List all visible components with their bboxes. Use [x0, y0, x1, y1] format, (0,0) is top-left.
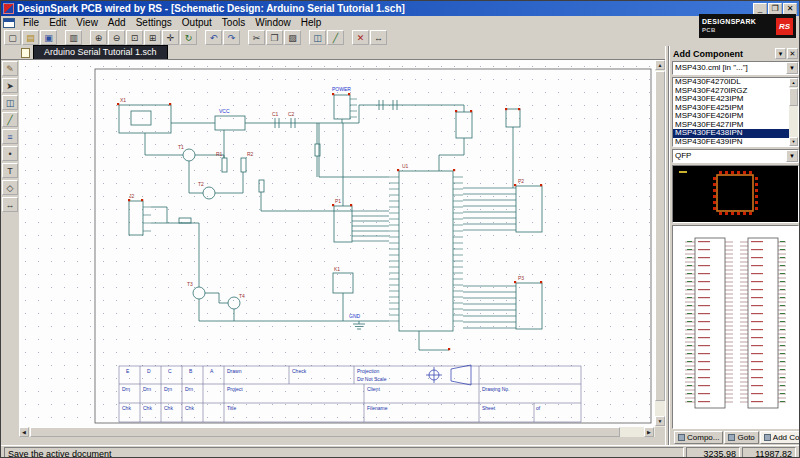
panel-close-icon[interactable]: ✕ — [787, 48, 798, 59]
open-button[interactable]: ▤ — [22, 30, 39, 45]
menu-edit[interactable]: Edit — [44, 16, 71, 29]
tab-add-component[interactable]: Add Co... — [760, 431, 800, 444]
scroll-left-icon[interactable]: ◀ — [19, 427, 29, 437]
save-button[interactable]: ▣ — [40, 30, 57, 45]
panel-header: Add Component ▾ ✕ — [672, 47, 799, 60]
undo-button[interactable]: ↶ — [205, 30, 222, 45]
tabbar: Arduino Serial Tutorial 1.sch — [1, 46, 665, 60]
menu-view[interactable]: View — [71, 16, 103, 29]
scroll-down-icon[interactable]: ▼ — [789, 137, 798, 146]
bus-tool-button[interactable]: ≡ — [2, 129, 18, 144]
pencil-tool-button[interactable]: ✎ — [2, 61, 18, 76]
tab-goto[interactable]: Goto — [724, 431, 758, 444]
zoom-full-button[interactable]: ⊞ — [144, 30, 161, 45]
minimize-button[interactable]: _ — [753, 3, 767, 15]
title-block-cell: Title — [227, 405, 236, 411]
measure-button[interactable]: ↔ — [370, 30, 387, 45]
scrollbar-thumb[interactable] — [789, 88, 798, 106]
menu-settings[interactable]: Settings — [131, 16, 177, 29]
package-select-value: QFP — [673, 150, 786, 162]
scroll-up-icon[interactable]: ▲ — [655, 60, 665, 70]
add-wire-button[interactable]: ╱ — [327, 30, 344, 45]
scroll-down-icon[interactable]: ▼ — [655, 416, 665, 426]
status-message: Save the active document — [4, 447, 684, 458]
circuit-graphics — [119, 95, 542, 350]
schematic-label: VCC — [219, 108, 230, 114]
menu-add[interactable]: Add — [103, 16, 131, 29]
add-component-panel: Add Component ▾ ✕ MSP430.cml [in "..."] … — [669, 46, 800, 445]
schematic-label: C1 — [272, 111, 279, 117]
menu-tools[interactable]: Tools — [217, 16, 250, 29]
title-block-cell: Drawing No. — [482, 386, 510, 392]
scroll-right-icon[interactable]: ▶ — [644, 427, 654, 437]
vertical-scrollbar[interactable]: ▲ ▼ — [655, 60, 665, 427]
title-block-cell: Drn — [164, 386, 172, 392]
title-block-cell: Project — [227, 386, 243, 392]
redo-button[interactable]: ↷ — [223, 30, 240, 45]
schematic-doc-icon — [21, 48, 30, 58]
close-button[interactable]: ✕ — [783, 3, 797, 15]
panel-menu-icon[interactable]: ▾ — [775, 48, 786, 59]
select-tool-button[interactable]: ➤ — [2, 78, 18, 93]
schematic-label: T4 — [239, 293, 245, 299]
title-block-cell: Projection — [357, 368, 379, 374]
app-window: DesignSpark PCB wired by RS - [Schematic… — [0, 0, 800, 458]
brand-line1: DESIGNSPARK — [702, 18, 756, 25]
zoom-out-button[interactable]: ⊖ — [108, 30, 125, 45]
shape-tool-button[interactable]: ◇ — [2, 180, 18, 195]
delete-button[interactable]: ✕ — [352, 30, 369, 45]
horizontal-scrollbar[interactable]: ◀ ▶ — [19, 427, 655, 437]
title-block-cell: Filename — [367, 405, 388, 411]
zoom-window-button[interactable]: ⊡ — [126, 30, 143, 45]
text-tool-button[interactable]: T — [2, 163, 18, 178]
library-select-value: MSP430.cml [in "..."] — [673, 62, 786, 74]
component-msp430fe439ipn[interactable]: MSP430FE439IPN — [673, 138, 789, 147]
library-select[interactable]: MSP430.cml [in "..."] ▼ — [672, 61, 799, 75]
restore-button[interactable]: ❐ — [768, 3, 782, 15]
paste-button[interactable]: ▨ — [284, 30, 301, 45]
cut-button[interactable]: ✂ — [248, 30, 265, 45]
component-list-scrollbar[interactable]: ▲ ▼ — [789, 78, 798, 146]
document-icon[interactable] — [3, 18, 15, 28]
new-button[interactable]: ▢ — [4, 30, 21, 45]
panel-tab-label: Goto — [737, 433, 754, 443]
copy-button[interactable]: ❐ — [266, 30, 283, 45]
title-block-cell: Chk — [185, 405, 194, 411]
junction-tool-button[interactable]: • — [2, 146, 18, 161]
tab-arduino-serial-tutorial[interactable]: Arduino Serial Tutorial 1.sch — [33, 45, 168, 59]
title-block — [119, 366, 581, 422]
library-dropdown-icon[interactable]: ▼ — [786, 62, 798, 74]
zoom-in-button[interactable]: ⊕ — [90, 30, 107, 45]
component-tool-button[interactable]: ◫ — [2, 95, 18, 110]
package-dropdown-icon[interactable]: ▼ — [786, 150, 798, 162]
menu-help[interactable]: Help — [296, 16, 327, 29]
menu-file[interactable]: File — [18, 16, 44, 29]
horizontal-scrollbar-thumb[interactable] — [30, 427, 620, 437]
footprint-preview — [672, 165, 799, 223]
schematic-canvas[interactable]: E D C B A Drn Drn Drn Drn Chk Chk Chk Ch… — [19, 60, 655, 427]
coordinate-y: 11987.82 — [742, 447, 796, 458]
menu-window[interactable]: Window — [250, 16, 296, 29]
tab-components[interactable]: Compo... — [674, 431, 723, 444]
refresh-button[interactable]: ↻ — [180, 30, 197, 45]
title-block-cell: Drn — [185, 386, 193, 392]
vertical-scrollbar-thumb[interactable] — [655, 71, 665, 401]
schematic-label: J2 — [129, 193, 135, 199]
symbol-body — [695, 238, 778, 408]
component-list[interactable]: MSP430F4270IDLMSP430F4270IRGZMSP430FE423… — [672, 77, 799, 147]
title-block-cell: Drn — [143, 386, 151, 392]
add-component-button[interactable]: ◫ — [309, 30, 326, 45]
app-icon[interactable] — [3, 3, 14, 14]
symbol-preview — [672, 225, 799, 429]
wire-tool-button[interactable]: ╱ — [2, 112, 18, 127]
title-block-cell: of — [536, 405, 541, 411]
package-select[interactable]: QFP ▼ — [672, 149, 799, 163]
footprint-mark — [679, 171, 687, 173]
print-button[interactable]: ▥ — [65, 30, 82, 45]
scroll-up-icon[interactable]: ▲ — [789, 78, 798, 87]
schematic-label: C2 — [288, 111, 295, 117]
panel-tab-label: Add Co... — [773, 433, 800, 443]
measure-tool-button[interactable]: ↔ — [2, 197, 18, 212]
pan-button[interactable]: ✛ — [162, 30, 179, 45]
menu-output[interactable]: Output — [177, 16, 217, 29]
